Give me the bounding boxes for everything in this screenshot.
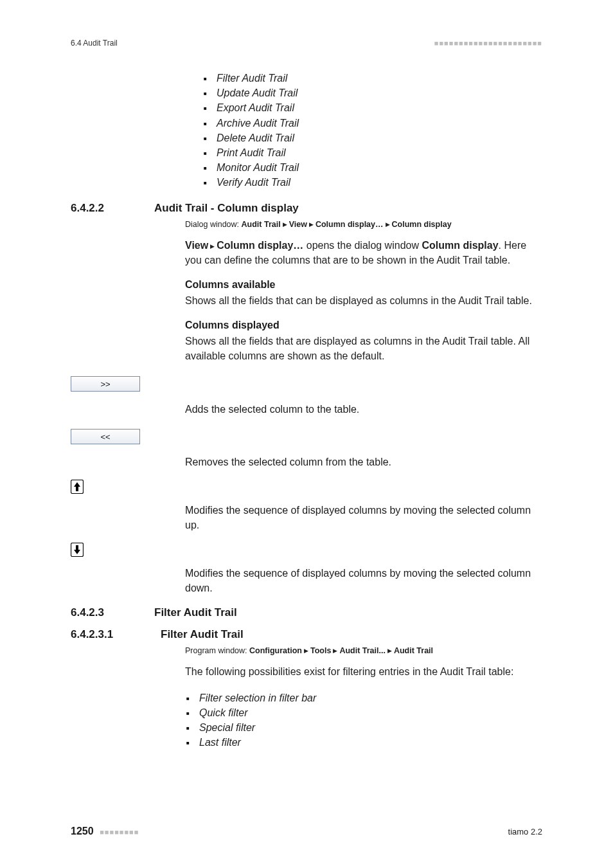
section-number: 6.4.2.3 bbox=[71, 606, 154, 619]
breadcrumb-sep-icon: ▶ bbox=[208, 243, 217, 249]
program-window-path: Program window: Configuration▶Tools▶Audi… bbox=[185, 646, 542, 655]
section-number: 6.4.2.2 bbox=[71, 202, 154, 215]
list-item: Special filter bbox=[185, 720, 542, 735]
breadcrumb-sep-icon: ▶ bbox=[307, 221, 315, 228]
text-bold: Column display bbox=[422, 240, 498, 251]
subheading-columns-displayed: Columns displayed bbox=[185, 320, 542, 331]
dialog-prefix: Dialog window: bbox=[185, 220, 242, 229]
arrow-up-icon bbox=[71, 480, 84, 494]
arrow-down-icon bbox=[71, 543, 84, 557]
breadcrumb-sep-icon: ▶ bbox=[281, 221, 289, 228]
text: opens the dialog window bbox=[303, 240, 422, 251]
breadcrumb-sep-icon: ▶ bbox=[386, 647, 394, 654]
footer-ornament: ■■■■■■■■ bbox=[100, 828, 139, 836]
path-part: Column display bbox=[392, 220, 452, 229]
header-ornament: ■■■■■■■■■■■■■■■■■■■■■■ bbox=[434, 39, 542, 47]
section-6-4-2-3: 6.4.2.3 Filter Audit Trail bbox=[71, 606, 542, 619]
dialog-window-path: Dialog window: Audit Trail▶View▶Column d… bbox=[185, 220, 542, 229]
paragraph: View▶Column display… opens the dialog wi… bbox=[185, 238, 542, 267]
section-title: Filter Audit Trail bbox=[161, 628, 244, 641]
button-description: Removes the selected column from the tab… bbox=[185, 455, 542, 469]
page-number: 1250 bbox=[71, 826, 94, 836]
path-part: Tools bbox=[310, 646, 331, 655]
list-item: Archive Audit Trail bbox=[202, 116, 542, 131]
running-header: 6.4 Audit Trail bbox=[71, 39, 118, 48]
section-number: 6.4.2.3.1 bbox=[71, 628, 161, 641]
paragraph: Shows all the fields that are displayed … bbox=[185, 334, 542, 363]
breadcrumb-sep-icon: ▶ bbox=[384, 221, 392, 228]
section-title: Audit Trail - Column display bbox=[154, 202, 299, 215]
button-description: Modifies the sequence of displayed colum… bbox=[185, 503, 542, 532]
breadcrumb-sep-icon: ▶ bbox=[331, 647, 339, 654]
list-item: Print Audit Trail bbox=[202, 145, 542, 160]
list-item: Export Audit Trail bbox=[202, 100, 542, 115]
list-filter-options: Filter selection in filter bar Quick fil… bbox=[185, 691, 542, 750]
path-part: Configuration bbox=[249, 646, 302, 655]
path-part: View bbox=[289, 220, 307, 229]
footer-left: 1250 ■■■■■■■■ bbox=[71, 826, 139, 837]
text-bold: Column display… bbox=[217, 240, 303, 251]
path-part: Audit Trail bbox=[242, 220, 281, 229]
paragraph: Shows all the fields that can be display… bbox=[185, 293, 542, 308]
path-part: Audit Trail bbox=[394, 646, 433, 655]
list-item: Update Audit Trail bbox=[202, 86, 542, 100]
list-item: Quick filter bbox=[185, 705, 542, 720]
move-down-button[interactable] bbox=[71, 543, 542, 557]
paragraph: The following possibilities exist for fi… bbox=[185, 664, 542, 679]
section-6-4-2-3-1: 6.4.2.3.1 Filter Audit Trail bbox=[71, 628, 542, 641]
path-part: Column display… bbox=[315, 220, 384, 229]
section-6-4-2-2: 6.4.2.2 Audit Trail - Column display bbox=[71, 202, 542, 215]
list-item: Verify Audit Trail bbox=[202, 175, 542, 190]
subheading-columns-available: Columns available bbox=[185, 279, 542, 291]
breadcrumb-sep-icon: ▶ bbox=[302, 647, 310, 654]
list-item: Monitor Audit Trail bbox=[202, 160, 542, 175]
list-item: Delete Audit Trail bbox=[202, 131, 542, 145]
product-name: tiamo 2.2 bbox=[508, 827, 542, 836]
dialog-prefix: Program window: bbox=[185, 646, 249, 655]
text-bold: View bbox=[185, 240, 208, 251]
list-item: Filter Audit Trail bbox=[202, 71, 542, 86]
button-description: Adds the selected column to the table. bbox=[185, 402, 542, 417]
list-item: Filter selection in filter bar bbox=[185, 691, 542, 705]
path-part: Audit Trail... bbox=[339, 646, 386, 655]
section-title: Filter Audit Trail bbox=[154, 606, 237, 619]
add-column-button[interactable]: >> bbox=[71, 376, 140, 392]
move-up-button[interactable] bbox=[71, 480, 542, 494]
list-audit-trail-actions: Filter Audit Trail Update Audit Trail Ex… bbox=[202, 71, 542, 190]
button-description: Modifies the sequence of displayed colum… bbox=[185, 566, 542, 595]
list-item: Last filter bbox=[185, 735, 542, 750]
remove-column-button[interactable]: << bbox=[71, 429, 140, 444]
